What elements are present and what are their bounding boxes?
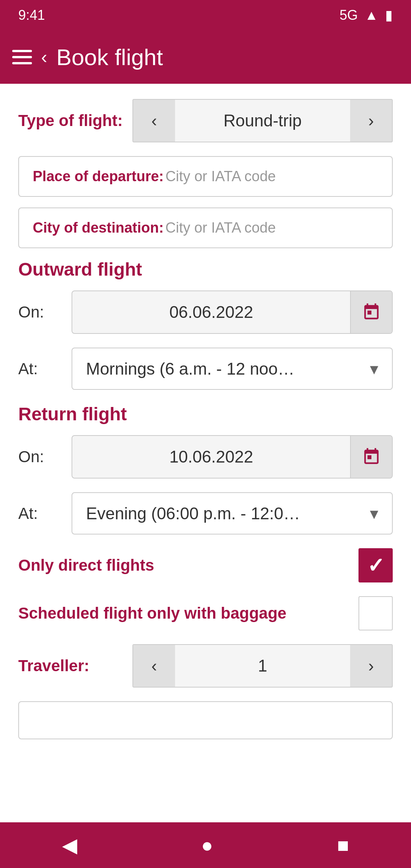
direct-flights-label: Only direct flights [18, 556, 358, 574]
departure-label: Place of departure: [33, 168, 164, 184]
status-time: 9:41 [18, 7, 45, 23]
traveller-next-button[interactable]: › [350, 645, 392, 687]
outward-calendar-icon [362, 303, 381, 322]
traveller-label: Traveller: [18, 657, 132, 675]
return-time-value: Evening (06:00 p.m. - 12:0… [86, 504, 370, 523]
battery-icon: ▮ [385, 7, 393, 23]
status-bar: 9:41 5G ▲ ▮ [0, 0, 411, 30]
nav-recents-button[interactable]: ■ [314, 826, 372, 864]
outward-calendar-button[interactable] [350, 291, 392, 333]
baggage-only-label: Scheduled flight only with baggage [18, 604, 358, 622]
return-time-dropdown[interactable]: Evening (06:00 p.m. - 12:0… ▾ [72, 492, 393, 535]
outward-date-value: 06.06.2022 [72, 292, 350, 332]
traveller-stepper: ‹ 1 › [132, 644, 393, 688]
direct-flights-checkbox[interactable] [358, 548, 393, 582]
destination-label: City of destination: [33, 220, 164, 236]
traveller-row: Traveller: ‹ 1 › [18, 644, 393, 688]
return-date-value: 10.06.2022 [72, 437, 350, 477]
return-date-input[interactable]: 10.06.2022 [72, 435, 393, 479]
outward-date-label: On: [18, 303, 72, 321]
return-flight-heading: Return flight [18, 404, 393, 424]
nav-home-button[interactable]: ● [178, 826, 236, 864]
flight-type-row: Type of flight: ‹ Round-trip › [18, 99, 393, 142]
outward-time-value: Mornings (6 a.m. - 12 noo… [86, 359, 370, 378]
flight-type-next-button[interactable]: › [350, 100, 392, 142]
status-right: 5G ▲ ▮ [339, 7, 393, 23]
destination-input-wrapper[interactable]: City of destination: City or IATA code [18, 207, 393, 248]
bottom-nav: ◀ ● ■ [0, 822, 411, 868]
signal-icon: ▲ [365, 7, 378, 23]
destination-placeholder: City or IATA code [166, 220, 276, 236]
outward-time-dropdown-icon: ▾ [370, 359, 378, 378]
return-calendar-button[interactable] [350, 436, 392, 478]
outward-time-row: At: Mornings (6 a.m. - 12 noo… ▾ [18, 348, 393, 390]
network-label: 5G [339, 7, 358, 23]
baggage-only-checkbox[interactable] [358, 596, 393, 630]
return-time-dropdown-icon: ▾ [370, 504, 378, 523]
outward-time-dropdown[interactable]: Mornings (6 a.m. - 12 noo… ▾ [72, 348, 393, 390]
app-bar: ‹ Book flight [0, 30, 411, 84]
return-calendar-icon [362, 447, 381, 466]
outward-date-input[interactable]: 06.06.2022 [72, 290, 393, 334]
return-time-label: At: [18, 504, 72, 523]
page-title: Book flight [56, 44, 163, 70]
menu-button[interactable] [12, 50, 32, 64]
flight-type-selector: ‹ Round-trip › [132, 99, 393, 142]
outward-date-row: On: 06.06.2022 [18, 290, 393, 334]
direct-flights-row: Only direct flights [18, 548, 393, 582]
nav-back-button[interactable]: ◀ [39, 826, 100, 864]
outward-time-label: At: [18, 360, 72, 378]
flight-type-label: Type of flight: [18, 112, 132, 130]
departure-input-wrapper[interactable]: Place of departure: City or IATA code [18, 156, 393, 197]
baggage-only-row: Scheduled flight only with baggage [18, 596, 393, 630]
partial-field [18, 701, 393, 739]
departure-placeholder: City or IATA code [166, 168, 276, 184]
traveller-value: 1 [175, 649, 350, 683]
main-content: Type of flight: ‹ Round-trip › Place of … [0, 84, 411, 765]
back-button[interactable]: ‹ [41, 48, 47, 66]
return-date-row: On: 10.06.2022 [18, 435, 393, 479]
flight-type-prev-button[interactable]: ‹ [133, 100, 175, 142]
traveller-prev-button[interactable]: ‹ [133, 645, 175, 687]
flight-type-value: Round-trip [175, 104, 350, 138]
return-time-row: At: Evening (06:00 p.m. - 12:0… ▾ [18, 492, 393, 535]
return-date-label: On: [18, 448, 72, 466]
outward-flight-heading: Outward flight [18, 259, 393, 280]
